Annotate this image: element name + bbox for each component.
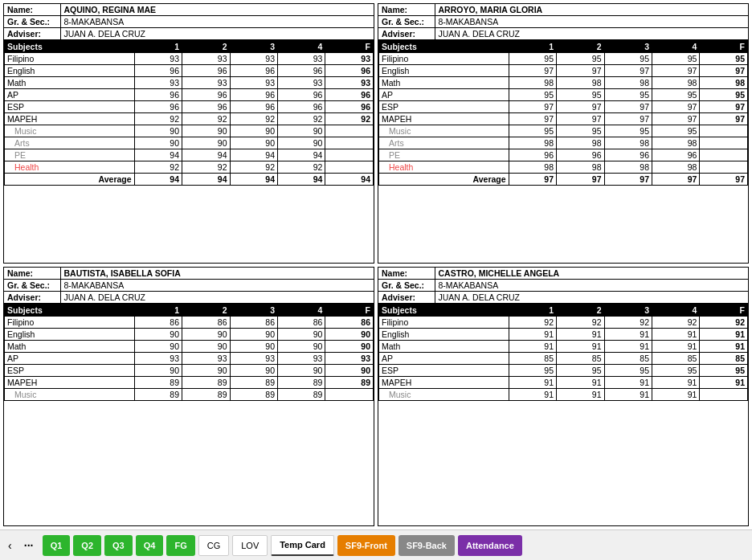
- q2-val: 92: [182, 161, 230, 174]
- col-4: 4: [652, 304, 699, 316]
- q2-val: 89: [182, 376, 230, 388]
- q4-button[interactable]: Q4: [136, 535, 164, 556]
- q1-val: 98: [509, 137, 556, 149]
- q1-val: 96: [134, 65, 182, 77]
- q1-button[interactable]: Q1: [43, 535, 71, 556]
- col-f: F: [700, 41, 748, 53]
- f-val: 92: [700, 316, 748, 328]
- q4-val: 92: [652, 316, 699, 328]
- grade-sec-2: 8-MAKABANSA: [60, 279, 374, 291]
- q3-val: 90: [230, 364, 277, 376]
- q1-val: 96: [134, 101, 182, 113]
- q4-val: 96: [277, 89, 325, 101]
- arrow-left[interactable]: ‹: [5, 539, 15, 552]
- q2-val: 96: [182, 89, 230, 101]
- col-f: F: [325, 41, 374, 53]
- q1-val: 90: [134, 125, 182, 137]
- q1-val: 92: [134, 161, 182, 174]
- subject-name: Music: [5, 125, 135, 137]
- q1-val: 91: [509, 328, 556, 340]
- col-1: 1: [509, 41, 556, 53]
- q4-val: 95: [652, 53, 699, 65]
- q4-val: 95: [652, 125, 699, 137]
- q3-val: 91: [604, 328, 652, 340]
- q4-val: 90: [277, 364, 325, 376]
- adviser-label: Adviser:: [378, 291, 435, 303]
- fg-button[interactable]: FG: [166, 535, 194, 556]
- adviser-value-0: JUAN A. DELA CRUZ: [60, 28, 374, 40]
- q2-val: 93: [182, 77, 230, 89]
- sf9-front-button[interactable]: SF9-Front: [337, 535, 395, 556]
- f-val: [325, 161, 374, 174]
- subject-name: Music: [379, 125, 509, 137]
- student-name-3: CASTRO, MICHELLE ANGELA: [435, 268, 748, 280]
- subject-row: PE 96 96 96 96: [379, 149, 748, 161]
- col-4: 4: [652, 41, 699, 53]
- f-val: [700, 137, 748, 149]
- q3-val: 98: [604, 77, 652, 89]
- subject-row: Arts 90 90 90 90: [5, 137, 374, 149]
- q4-val: 97: [652, 113, 699, 125]
- avg-f: 97: [700, 174, 748, 186]
- subject-row: Music 90 90 90 90: [5, 125, 374, 137]
- col-subjects: Subjects: [379, 304, 509, 316]
- subject-name: English: [379, 328, 509, 340]
- f-val: 90: [325, 364, 374, 376]
- subject-name: Music: [379, 388, 509, 400]
- q4-val: 91: [652, 376, 699, 388]
- q3-val: 90: [230, 340, 277, 352]
- bottom-toolbar: ‹ ··· Q1 Q2 Q3 Q4 FG CG LOV Temp Card SF…: [0, 529, 752, 560]
- q3-button[interactable]: Q3: [104, 535, 133, 556]
- q4-val: 97: [652, 65, 699, 77]
- f-val: [700, 149, 748, 161]
- col-2: 2: [557, 304, 604, 316]
- q1-val: 93: [134, 352, 182, 364]
- q1-val: 93: [134, 77, 182, 89]
- subject-row: AP 93 93 93 93 93: [5, 352, 374, 364]
- q4-val: 90: [277, 328, 325, 340]
- name-label: Name:: [378, 268, 435, 280]
- sf9-back-button[interactable]: SF9-Back: [398, 535, 455, 556]
- q1-val: 92: [509, 316, 556, 328]
- f-val: 95: [700, 89, 748, 101]
- f-val: 85: [700, 352, 748, 364]
- q3-val: 96: [230, 101, 277, 113]
- q3-val: 93: [230, 53, 277, 65]
- average-row: Average 97 97 97 97 97: [379, 174, 748, 186]
- attendance-button[interactable]: Attendance: [458, 535, 522, 556]
- q1-val: 92: [134, 113, 182, 125]
- f-val: 97: [700, 101, 748, 113]
- q3-val: 95: [604, 364, 652, 376]
- q4-val: 89: [277, 376, 325, 388]
- subject-row: English 91 91 91 91 91: [379, 328, 748, 340]
- q2-val: 97: [557, 113, 604, 125]
- q2-button[interactable]: Q2: [73, 535, 101, 556]
- subject-name: Filipino: [379, 53, 509, 65]
- f-val: 90: [325, 340, 374, 352]
- q2-val: 86: [182, 316, 230, 328]
- cg-tab[interactable]: CG: [198, 535, 230, 556]
- q2-val: 91: [557, 328, 604, 340]
- average-label: Average: [379, 174, 509, 186]
- subject-name: ESP: [379, 364, 509, 376]
- dots-menu[interactable]: ···: [18, 535, 39, 556]
- q3-val: 92: [230, 113, 277, 125]
- f-val: 93: [325, 53, 374, 65]
- q2-val: 85: [557, 352, 604, 364]
- avg-q1: 97: [509, 174, 556, 186]
- subject-row: English 96 96 96 96 96: [5, 65, 374, 77]
- q4-val: 96: [277, 65, 325, 77]
- q2-val: 89: [182, 388, 230, 400]
- temp-card-tab[interactable]: Temp Card: [271, 535, 334, 556]
- subject-row: Filipino 95 95 95 95 95: [379, 53, 748, 65]
- col-1: 1: [134, 41, 182, 53]
- col-4: 4: [277, 41, 325, 53]
- lov-tab[interactable]: LOV: [232, 535, 268, 556]
- f-val: [325, 125, 374, 137]
- f-val: [700, 125, 748, 137]
- average-row: Average 94 94 94 94 94: [5, 174, 374, 186]
- q3-val: 96: [230, 89, 277, 101]
- q1-val: 90: [134, 328, 182, 340]
- subject-name: MAPEH: [379, 113, 509, 125]
- q2-val: 90: [182, 137, 230, 149]
